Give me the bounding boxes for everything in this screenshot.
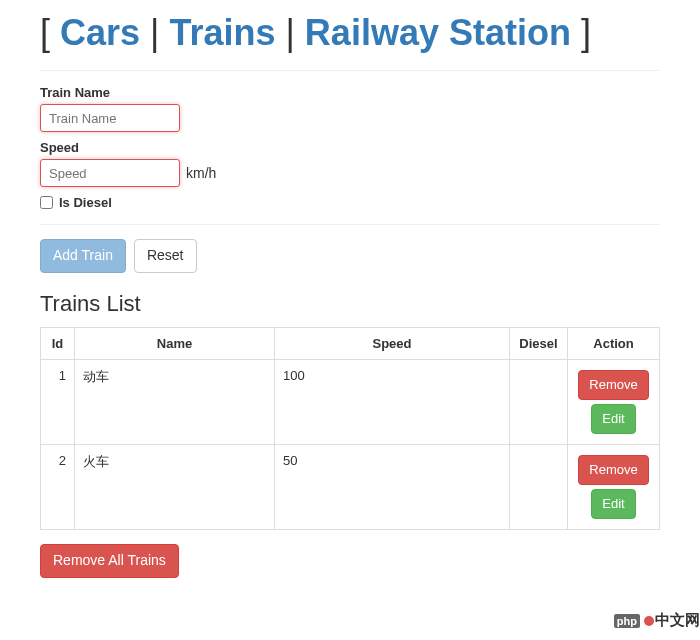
watermark: php 中文网 xyxy=(614,611,700,630)
table-row: 2火车50RemoveEdit xyxy=(41,444,660,529)
cell-speed: 50 xyxy=(275,444,510,529)
remove-button[interactable]: Remove xyxy=(578,370,648,400)
is-diesel-text: Is Diesel xyxy=(59,195,112,210)
form-group-speed: Speed km/h xyxy=(40,140,660,187)
nav-link-railway-station[interactable]: Railway Station xyxy=(305,12,571,53)
trains-table: Id Name Speed Diesel Action 1动车100Remove… xyxy=(40,327,660,531)
is-diesel-checkbox[interactable] xyxy=(40,196,53,209)
table-row: 1动车100RemoveEdit xyxy=(41,359,660,444)
bracket-open: [ xyxy=(40,12,60,53)
trains-list-title: Trains List xyxy=(40,291,660,317)
th-name: Name xyxy=(75,327,275,359)
th-speed: Speed xyxy=(275,327,510,359)
speed-input[interactable] xyxy=(40,159,180,187)
cell-speed: 100 xyxy=(275,359,510,444)
form-button-row: Add Train Reset xyxy=(40,239,660,273)
train-name-label: Train Name xyxy=(40,85,660,100)
form-group-diesel: Is Diesel xyxy=(40,195,660,210)
cell-name: 火车 xyxy=(75,444,275,529)
page-title: [ Cars | Trains | Railway Station ] xyxy=(40,12,660,54)
nav-pipe: | xyxy=(140,12,169,53)
cell-id: 1 xyxy=(41,359,75,444)
remove-button[interactable]: Remove xyxy=(578,455,648,485)
cell-diesel xyxy=(510,359,568,444)
edit-button[interactable]: Edit xyxy=(591,489,635,519)
watermark-logo: php xyxy=(614,614,640,628)
edit-button[interactable]: Edit xyxy=(591,404,635,434)
speed-label: Speed xyxy=(40,140,660,155)
divider xyxy=(40,70,660,71)
divider xyxy=(40,224,660,225)
cell-diesel xyxy=(510,444,568,529)
form-group-train-name: Train Name xyxy=(40,85,660,132)
cell-id: 2 xyxy=(41,444,75,529)
speed-unit-label: km/h xyxy=(186,165,216,181)
nav-pipe: | xyxy=(276,12,305,53)
nav-link-trains[interactable]: Trains xyxy=(169,12,275,53)
bracket-close: ] xyxy=(571,12,591,53)
remove-all-trains-button[interactable]: Remove All Trains xyxy=(40,544,179,578)
cell-action: RemoveEdit xyxy=(568,359,660,444)
watermark-dot-icon xyxy=(644,616,654,626)
th-diesel: Diesel xyxy=(510,327,568,359)
reset-button[interactable]: Reset xyxy=(134,239,197,273)
is-diesel-label[interactable]: Is Diesel xyxy=(40,195,660,210)
cell-name: 动车 xyxy=(75,359,275,444)
watermark-text: 中文网 xyxy=(655,611,700,630)
th-id: Id xyxy=(41,327,75,359)
add-train-button[interactable]: Add Train xyxy=(40,239,126,273)
nav-link-cars[interactable]: Cars xyxy=(60,12,140,53)
cell-action: RemoveEdit xyxy=(568,444,660,529)
train-name-input[interactable] xyxy=(40,104,180,132)
th-action: Action xyxy=(568,327,660,359)
